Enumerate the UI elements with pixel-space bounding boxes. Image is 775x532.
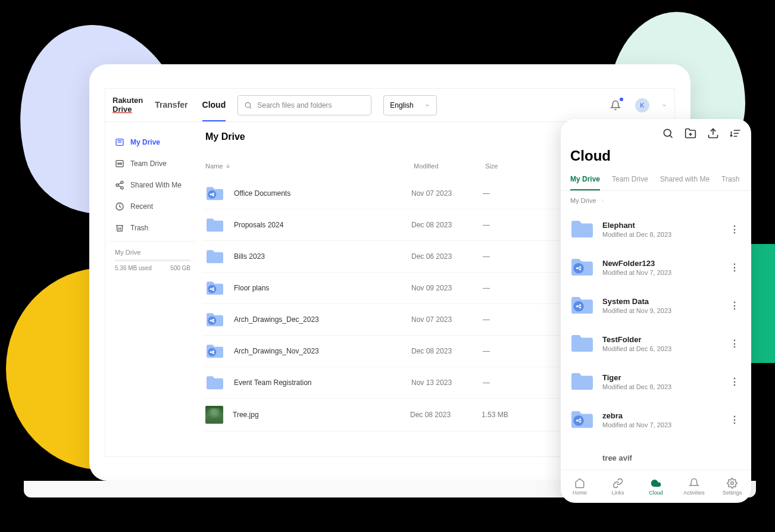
svg-point-37 (212, 319, 214, 321)
svg-point-43 (664, 129, 671, 136)
clock-icon (115, 202, 124, 211)
mobile-tab-shared[interactable]: Shared with Me (660, 169, 710, 190)
mobile-list-item[interactable]: zebraModified at Nov 7, 2023⋮ (570, 400, 742, 439)
mobile-tab-team-drive[interactable]: Team Drive (612, 169, 648, 190)
file-modified: Nov 09 2023 (411, 284, 483, 292)
mobile-tab-trash[interactable]: Trash (721, 169, 739, 190)
more-options-button[interactable]: ⋮ (727, 298, 742, 314)
mobile-list-item[interactable]: System DataModified at Nov 9, 2023⋮ (570, 286, 742, 324)
sidebar-item-shared[interactable]: Shared With Me (110, 174, 195, 196)
svg-point-54 (579, 268, 581, 270)
svg-point-32 (210, 288, 211, 290)
file-modified: Dec 08 2023 (411, 347, 483, 355)
folder-icon (205, 343, 224, 359)
svg-point-55 (573, 301, 584, 312)
svg-point-36 (210, 320, 211, 321)
svg-point-6 (118, 163, 120, 165)
file-size: — (483, 315, 490, 324)
mobile-list-item[interactable]: NewFolder123Modified at Nov 7, 2023⋮ (570, 248, 742, 286)
header-tabs: Transfer Cloud (155, 89, 226, 121)
folder-icon (205, 311, 224, 328)
svg-point-38 (212, 321, 214, 323)
mobile-list-item[interactable]: ElephantModified at Dec 8, 2023⋮ (570, 210, 742, 248)
nav-cloud[interactable]: Cloud (637, 470, 675, 503)
more-options-button[interactable]: ⋮ (727, 412, 742, 428)
storage-title: My Drive (115, 249, 190, 256)
drive-icon (115, 137, 124, 147)
link-icon (612, 478, 623, 489)
storage-bar (115, 259, 190, 261)
mobile-list-item[interactable]: tree avif (570, 439, 742, 470)
search-input[interactable]: Search files and folders (238, 95, 371, 115)
svg-line-11 (118, 183, 121, 184)
share-icon (115, 180, 124, 190)
folder-icon (570, 256, 594, 278)
item-meta: Modified at Dec 8, 2023 (602, 383, 719, 390)
file-name: Bills 2023 (234, 252, 411, 261)
file-modified: Dec 06 2023 (411, 252, 483, 261)
sort-icon[interactable] (730, 127, 742, 139)
tab-cloud[interactable]: Cloud (202, 89, 226, 121)
tab-transfer[interactable]: Transfer (155, 89, 188, 121)
mobile-list-item[interactable]: TigerModified at Dec 8, 2023⋮ (570, 362, 742, 400)
storage-info: My Drive 5.36 MB used 500 GB (110, 241, 195, 278)
more-options-button[interactable]: ⋮ (727, 259, 742, 276)
language-select[interactable]: English (383, 95, 437, 115)
language-label: English (390, 101, 413, 109)
file-size: — (483, 189, 490, 198)
sidebar-item-label: My Drive (130, 138, 160, 146)
nav-activities[interactable]: Activities (675, 470, 713, 503)
storage-used: 5.36 MB used (115, 265, 152, 271)
item-meta: Modified at Dec 8, 2023 (602, 231, 719, 238)
folder-icon (205, 374, 224, 391)
sidebar-item-my-drive[interactable]: My Drive (110, 132, 195, 153)
svg-point-33 (212, 287, 214, 289)
user-avatar[interactable]: K (635, 98, 649, 112)
item-name: NewFolder123 (602, 259, 719, 268)
sidebar-item-label: Team Drive (130, 159, 167, 168)
new-folder-icon[interactable] (685, 127, 696, 139)
mobile-tab-my-drive[interactable]: My Drive (570, 169, 600, 190)
avatar-chevron-icon[interactable] (661, 102, 667, 108)
nav-settings[interactable]: Settings (713, 470, 751, 503)
sidebar-item-label: Recent (130, 202, 153, 211)
svg-point-27 (208, 190, 216, 199)
notifications-button[interactable] (608, 98, 623, 113)
svg-line-12 (118, 186, 121, 187)
item-name: zebra (602, 411, 719, 420)
search-placeholder: Search files and folders (257, 101, 332, 109)
file-modified: Nov 13 2023 (411, 378, 483, 387)
svg-point-39 (208, 348, 216, 356)
more-options-button[interactable]: ⋮ (727, 374, 742, 390)
nav-home[interactable]: Home (561, 470, 599, 503)
sidebar-item-trash[interactable]: Trash (110, 217, 195, 239)
more-options-button[interactable]: ⋮ (727, 336, 742, 352)
upload-icon[interactable] (707, 127, 719, 139)
folder-icon (570, 333, 594, 354)
folder-icon (570, 295, 594, 316)
folder-icon (205, 280, 224, 296)
search-icon[interactable] (662, 127, 674, 139)
svg-point-58 (579, 306, 581, 308)
svg-point-7 (120, 163, 122, 165)
item-name: tree avif (602, 453, 742, 462)
file-size: — (483, 347, 490, 355)
svg-point-60 (576, 420, 578, 421)
file-name: Arch_Drawings_Dec_2023 (234, 315, 411, 324)
mobile-list-item[interactable]: TestFolderModified at Dec 6, 2023⋮ (570, 324, 742, 362)
home-icon (574, 478, 585, 489)
svg-point-9 (116, 184, 118, 186)
svg-point-63 (731, 481, 734, 484)
sidebar-item-team-drive[interactable]: Team Drive (110, 153, 195, 174)
sidebar-item-recent[interactable]: Recent (110, 196, 195, 217)
column-modified-header[interactable]: Modified (414, 162, 485, 170)
svg-line-1 (250, 107, 252, 108)
item-meta: Modified at Dec 6, 2023 (602, 345, 719, 352)
mobile-breadcrumb[interactable]: My Drive (561, 191, 751, 210)
svg-point-51 (573, 263, 584, 274)
svg-point-52 (576, 267, 578, 269)
nav-links[interactable]: Links (599, 470, 637, 503)
column-name-header[interactable]: Name (205, 162, 414, 170)
svg-point-42 (212, 352, 214, 354)
more-options-button[interactable]: ⋮ (727, 221, 742, 237)
